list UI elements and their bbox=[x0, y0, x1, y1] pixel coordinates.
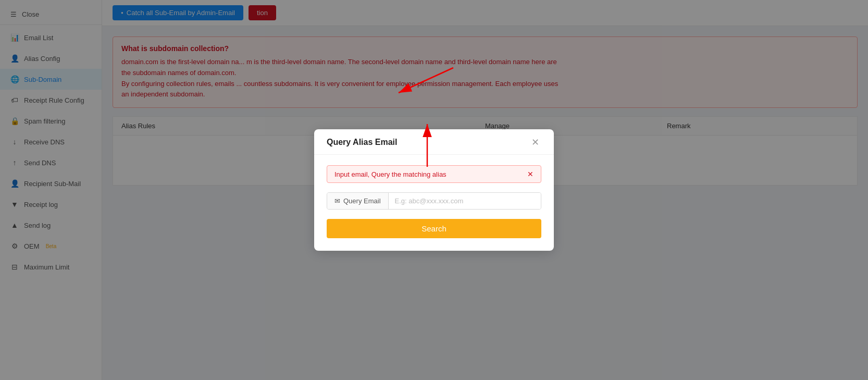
modal-title: Query Alias Email bbox=[327, 138, 397, 147]
modal-dialog: Query Alias Email ✕ Input email, Query t… bbox=[314, 129, 554, 251]
modal-body: Input email, Query the matching alias ✕ … bbox=[314, 155, 554, 238]
query-label-text: Query Email bbox=[343, 197, 381, 205]
modal-close-button[interactable]: ✕ bbox=[529, 138, 541, 147]
modal-header: Query Alias Email ✕ bbox=[314, 129, 554, 155]
alert-close-button[interactable]: ✕ bbox=[527, 170, 534, 178]
modal-overlay[interactable]: Query Alias Email ✕ Input email, Query t… bbox=[0, 0, 868, 380]
search-button[interactable]: Search bbox=[327, 219, 541, 238]
query-email-input[interactable] bbox=[389, 193, 541, 209]
query-row: ✉ Query Email bbox=[327, 192, 541, 210]
alert-banner: Input email, Query the matching alias ✕ bbox=[327, 165, 541, 183]
query-label: ✉ Query Email bbox=[327, 193, 389, 209]
query-email-icon: ✉ bbox=[334, 197, 340, 205]
alert-text: Input email, Query the matching alias bbox=[334, 170, 447, 178]
